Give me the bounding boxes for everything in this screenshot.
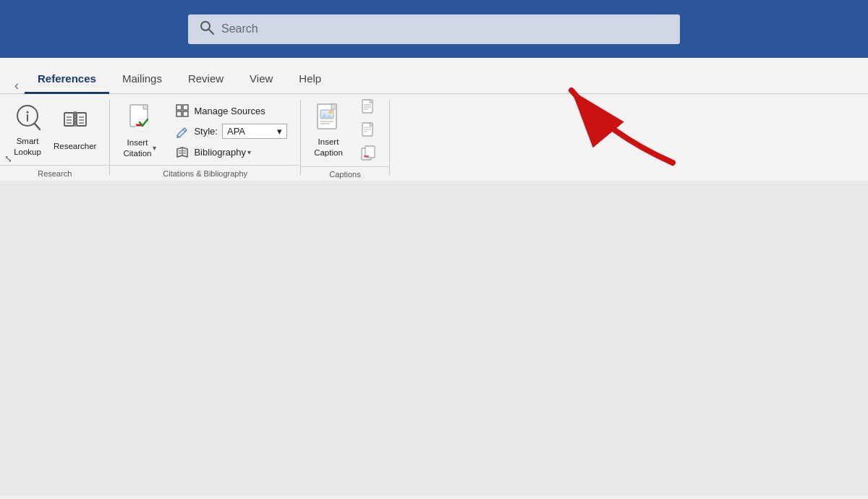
search-icon	[200, 20, 214, 38]
svg-rect-6	[64, 113, 74, 126]
style-icon	[175, 124, 190, 139]
researcher-button[interactable]: Researcher	[48, 104, 102, 155]
style-dropdown[interactable]: APA ▾	[222, 124, 287, 139]
style-row: Style: APA ▾	[169, 121, 293, 141]
style-dropdown-chevron: ▾	[277, 126, 282, 137]
citations-sub-items: Manage Sources Style: APA ▾	[169, 100, 293, 161]
svg-point-31	[329, 111, 332, 114]
svg-line-3	[35, 124, 40, 129]
search-box[interactable]: Search	[188, 14, 680, 44]
smart-lookup-button[interactable]: SmartLookup	[7, 99, 48, 161]
svg-line-27	[183, 151, 186, 152]
manage-sources-icon	[175, 103, 190, 118]
svg-rect-19	[176, 105, 182, 110]
svg-line-25	[179, 151, 182, 152]
bibliography-button[interactable]: Bibliography ▾	[169, 142, 293, 161]
group-research: SmartLookup	[0, 94, 109, 181]
caption-icon-3	[360, 145, 376, 161]
tab-chevron[interactable]: ‹	[14, 78, 19, 93]
tab-bar: ‹ References Mailings Review View Help	[0, 58, 868, 94]
caption-sub-icons	[354, 97, 382, 163]
svg-point-4	[27, 111, 29, 114]
insert-citation-icon	[125, 103, 154, 136]
svg-line-26	[179, 153, 182, 154]
ribbon: ‹ References Mailings Review View Help	[0, 58, 868, 181]
svg-rect-20	[183, 105, 188, 110]
insert-citation-chevron: ▾	[153, 144, 156, 152]
caption-icon-1-button[interactable]	[354, 97, 382, 117]
smart-lookup-icon	[13, 102, 42, 135]
researcher-icon	[61, 107, 90, 140]
group-citations: InsertCitation ▾	[110, 94, 300, 181]
sep-3	[389, 100, 390, 175]
style-value: APA	[227, 126, 245, 137]
svg-rect-21	[176, 111, 182, 116]
smart-lookup-label: SmartLookup	[14, 136, 41, 158]
insert-caption-icon	[314, 103, 343, 135]
svg-point-0	[201, 22, 210, 30]
tab-help[interactable]: Help	[286, 65, 334, 94]
top-bar: Search	[0, 0, 868, 58]
caption-icon-2	[360, 122, 376, 138]
research-expand-icon[interactable]: ⤡	[4, 153, 12, 164]
manage-sources-label: Manage Sources	[194, 106, 265, 116]
svg-line-1	[209, 30, 213, 34]
insert-caption-label: InsertCaption	[314, 137, 343, 158]
group-captions: InsertCaption	[301, 94, 389, 181]
captions-group-label: Captions	[301, 166, 389, 181]
style-label: Style:	[194, 126, 218, 137]
insert-citation-button[interactable]: InsertCitation ▾	[117, 101, 162, 162]
tab-review[interactable]: Review	[175, 65, 237, 94]
svg-line-23	[183, 129, 185, 132]
research-group-label: Research	[0, 165, 109, 181]
ribbon-content: SmartLookup	[0, 94, 868, 181]
manage-sources-button[interactable]: Manage Sources	[169, 101, 293, 120]
caption-icon-2-button[interactable]	[354, 120, 382, 140]
insert-caption-button[interactable]: InsertCaption	[308, 100, 349, 161]
caption-icon-1	[360, 99, 376, 115]
content-area	[0, 181, 868, 495]
red-arrow-annotation	[550, 76, 694, 170]
insert-citation-label: InsertCitation	[123, 137, 151, 159]
bibliography-chevron: ▾	[247, 148, 251, 156]
researcher-label: Researcher	[54, 141, 96, 152]
bibliography-icon	[175, 145, 190, 159]
tab-references[interactable]: References	[25, 65, 109, 94]
svg-rect-7	[77, 113, 86, 126]
tab-view[interactable]: View	[237, 65, 286, 94]
bibliography-label: Bibliography	[194, 147, 246, 158]
search-placeholder: Search	[221, 22, 668, 35]
tab-mailings[interactable]: Mailings	[109, 65, 175, 94]
svg-rect-22	[183, 111, 188, 116]
caption-icon-3-button[interactable]	[354, 143, 382, 163]
citations-group-label: Citations & Bibliography	[110, 165, 300, 181]
svg-line-28	[183, 153, 186, 154]
